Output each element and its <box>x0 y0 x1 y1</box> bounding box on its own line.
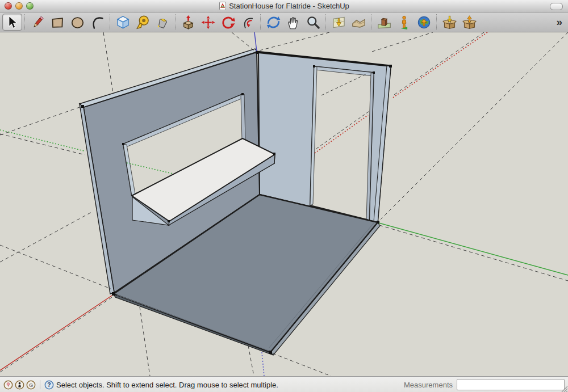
close-button[interactable] <box>5 2 12 10</box>
resize-grip[interactable] <box>560 385 568 392</box>
document-icon <box>219 2 227 10</box>
toolbar-overflow-chevron[interactable]: » <box>556 16 562 28</box>
model-canvas[interactable] <box>0 32 568 376</box>
tool-offset[interactable] <box>238 14 258 31</box>
measurements-input[interactable] <box>457 379 565 390</box>
svg-text:G: G <box>29 381 34 387</box>
status-bar: G? Select objects. Shift to extend selec… <box>0 376 568 392</box>
traffic-lights <box>5 2 34 10</box>
sketchup-window: StationHouse for Flatride - SketchUp » <box>0 0 568 392</box>
tool-toggle-terrain[interactable] <box>349 14 369 31</box>
measurements-label: Measurements <box>404 381 453 389</box>
toolbar-separator <box>110 14 111 30</box>
tool-walk[interactable] <box>394 14 414 31</box>
tool-rotate[interactable] <box>218 14 238 31</box>
title-bar[interactable]: StationHouse for Flatride - SketchUp <box>0 0 568 12</box>
tool-zoom[interactable] <box>303 14 323 31</box>
toolbar-toggle-pill[interactable] <box>550 3 563 10</box>
tool-make-component[interactable] <box>113 14 133 31</box>
attribution-icon[interactable] <box>15 380 24 390</box>
svg-text:?: ? <box>47 382 51 388</box>
tool-add-location[interactable] <box>329 14 349 31</box>
tool-google-earth[interactable] <box>414 14 434 31</box>
toolbar-separator <box>325 14 327 30</box>
help-icon[interactable]: ? <box>44 380 54 390</box>
tool-get-models[interactable] <box>440 14 460 31</box>
toolbar-separator <box>436 14 437 30</box>
tool-select[interactable] <box>2 14 22 31</box>
tool-tape-measure[interactable] <box>133 14 153 31</box>
model-viewport[interactable] <box>0 32 568 376</box>
tool-rectangle[interactable] <box>48 14 68 31</box>
status-separator <box>40 380 40 389</box>
tool-line[interactable] <box>28 14 48 31</box>
tool-move[interactable] <box>198 14 218 31</box>
tool-circle[interactable] <box>68 14 87 31</box>
tool-paint-bucket[interactable] <box>153 14 173 31</box>
toolbar-separator <box>175 14 176 30</box>
tool-arc[interactable] <box>87 14 107 31</box>
tool-push-pull[interactable] <box>178 14 198 31</box>
geo-location-icon[interactable] <box>3 380 13 390</box>
window-title-wrap: StationHouse for Flatride - SketchUp <box>0 2 568 10</box>
sign-in-icon[interactable]: G <box>26 380 36 390</box>
toolbar-separator <box>260 14 261 30</box>
zoom-button[interactable] <box>26 2 34 10</box>
tool-share-model[interactable] <box>460 14 479 31</box>
toolbar-separator <box>24 14 26 30</box>
tool-photo-textures[interactable] <box>374 14 394 31</box>
tool-orbit[interactable] <box>264 14 283 31</box>
toolbar-separator <box>371 14 372 30</box>
status-message: Select objects. Shift to extend select. … <box>56 381 278 389</box>
tool-pan[interactable] <box>283 14 303 31</box>
toolbar: » <box>0 12 568 32</box>
status-icons: G? <box>3 380 54 390</box>
window-title: StationHouse for Flatride - SketchUp <box>229 2 349 10</box>
minimize-button[interactable] <box>15 2 23 10</box>
